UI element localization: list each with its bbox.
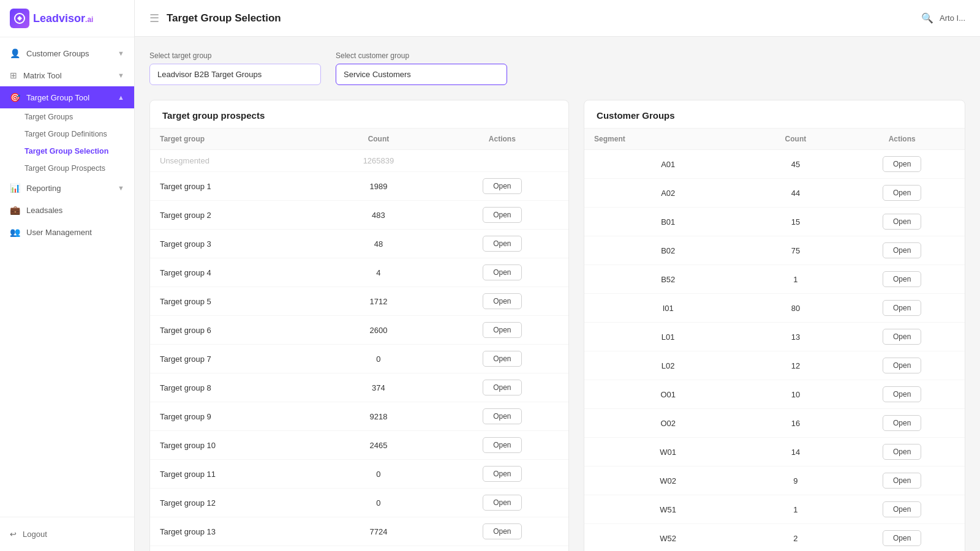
segment-action[interactable]: Open [839, 265, 965, 294]
target-group-action[interactable]: Open [436, 517, 568, 546]
sidebar-item-target-group-definitions[interactable]: Target Group Definitions [0, 126, 134, 143]
sidebar-label-reporting: Reporting [26, 184, 61, 193]
sidebar-item-target-groups[interactable]: Target Groups [0, 108, 134, 126]
sidebar-item-matrix-tool[interactable]: ⊞ Matrix Tool ▼ [0, 64, 134, 86]
open-button[interactable]: Open [883, 415, 921, 431]
logout-icon: ↩ [10, 530, 17, 539]
target-group-action[interactable]: Open [436, 172, 568, 201]
target-group-action[interactable]: Open [436, 546, 568, 552]
customer-groups-icon: 👤 [10, 48, 20, 58]
target-group-action[interactable]: Open [436, 431, 568, 460]
sidebar-item-user-management[interactable]: 👥 User Management [0, 221, 134, 243]
sidebar-label-matrix-tool: Matrix Tool [23, 71, 62, 80]
segment-action[interactable]: Open [839, 236, 965, 265]
sidebar-item-leadsales[interactable]: 💼 Leadsales [0, 199, 134, 221]
open-button[interactable]: Open [883, 386, 921, 402]
tables-container: Target group prospects Target group Coun… [149, 100, 965, 551]
main-content: ☰ Target Group Selection 🔍 Arto I... Sel… [135, 0, 980, 551]
target-group-action[interactable]: Open [436, 316, 568, 345]
open-button[interactable]: Open [883, 242, 921, 258]
sidebar-label-target-group-tool: Target Group Tool [26, 93, 89, 102]
open-button[interactable]: Open [483, 264, 521, 280]
open-button[interactable]: Open [483, 408, 521, 424]
target-group-action[interactable]: Open [436, 230, 568, 258]
target-group-action[interactable]: Open [436, 201, 568, 230]
table-row: W511Open [584, 495, 965, 524]
open-button[interactable]: Open [883, 530, 921, 546]
table-row: Target group 99218Open [150, 402, 568, 431]
open-button[interactable]: Open [483, 178, 521, 194]
segment-name: B02 [584, 236, 752, 265]
target-group-action[interactable]: Open [436, 373, 568, 402]
open-button[interactable]: Open [483, 207, 521, 223]
target-group-count: 1265839 [321, 150, 435, 172]
sidebar-item-target-group-selection[interactable]: Target Group Selection [0, 143, 134, 160]
segment-action[interactable]: Open [839, 438, 965, 467]
target-group-name: Target group 5 [150, 287, 321, 316]
open-button[interactable]: Open [883, 300, 921, 316]
segment-action[interactable]: Open [839, 294, 965, 323]
open-button[interactable]: Open [483, 523, 521, 539]
open-button[interactable]: Open [883, 271, 921, 287]
sidebar-item-target-group-tool[interactable]: 🎯 Target Group Tool ▲ [0, 86, 134, 108]
right-table-title: Customer Groups [584, 100, 965, 129]
customer-group-input[interactable] [336, 64, 507, 85]
table-row: B521Open [584, 265, 965, 294]
segment-name: A01 [584, 150, 752, 179]
content-area: Select target group Select customer grou… [135, 37, 980, 551]
open-button[interactable]: Open [883, 214, 921, 230]
open-button[interactable]: Open [883, 358, 921, 373]
logout-button[interactable]: ↩ Logout [10, 525, 124, 544]
open-button[interactable]: Open [483, 351, 521, 367]
segment-action[interactable]: Open [839, 467, 965, 495]
target-group-name: Target group 12 [150, 489, 321, 517]
open-button[interactable]: Open [483, 466, 521, 482]
open-button[interactable]: Open [883, 473, 921, 489]
open-button[interactable]: Open [483, 437, 521, 453]
target-group-action[interactable]: Open [436, 258, 568, 287]
target-group-action[interactable]: Open [436, 287, 568, 316]
open-button[interactable]: Open [883, 501, 921, 517]
target-group-action[interactable]: Open [436, 460, 568, 489]
open-button[interactable]: Open [483, 293, 521, 309]
search-icon[interactable]: 🔍 [921, 12, 933, 24]
segment-action[interactable]: Open [839, 524, 965, 552]
open-button[interactable]: Open [883, 444, 921, 460]
segment-action[interactable]: Open [839, 409, 965, 438]
header-right: 🔍 Arto I... [921, 12, 965, 24]
target-group-name: Target group 10 [150, 431, 321, 460]
col-segment: Segment [584, 129, 752, 150]
user-name: Arto I... [940, 13, 965, 23]
segment-action[interactable]: Open [839, 380, 965, 409]
table-row: W029Open [584, 467, 965, 495]
open-button[interactable]: Open [483, 236, 521, 252]
open-button[interactable]: Open [883, 156, 921, 172]
segment-count: 1 [752, 265, 839, 294]
target-group-action[interactable]: Open [436, 345, 568, 373]
target-group-action[interactable]: Open [436, 402, 568, 431]
sidebar-item-target-group-prospects[interactable]: Target Group Prospects [0, 160, 134, 177]
sidebar: Leadvisor.ai 👤 Customer Groups ▼ ⊞ Matri… [0, 0, 135, 551]
sidebar-item-reporting[interactable]: 📊 Reporting ▼ [0, 177, 134, 199]
table-row: Target group 348Open [150, 230, 568, 258]
open-button[interactable]: Open [883, 329, 921, 345]
segment-action[interactable]: Open [839, 351, 965, 380]
segment-name: O01 [584, 380, 752, 409]
segment-action[interactable]: Open [839, 150, 965, 179]
segment-action[interactable]: Open [839, 208, 965, 236]
open-button[interactable]: Open [483, 495, 521, 511]
segment-action[interactable]: Open [839, 179, 965, 208]
segment-action[interactable]: Open [839, 323, 965, 351]
table-row: Target group 137724Open [150, 517, 568, 546]
table-row: Target group 140Open [150, 546, 568, 552]
open-button[interactable]: Open [483, 380, 521, 395]
sidebar-item-customer-groups[interactable]: 👤 Customer Groups ▼ [0, 42, 134, 64]
open-button[interactable]: Open [483, 322, 521, 338]
col-actions: Actions [436, 129, 568, 150]
open-button[interactable]: Open [883, 185, 921, 201]
sidebar-label-leadsales: Leadsales [26, 206, 62, 215]
target-group-action[interactable]: Open [436, 489, 568, 517]
segment-action[interactable]: Open [839, 495, 965, 524]
target-group-count: 0 [321, 489, 435, 517]
target-group-input[interactable] [149, 64, 321, 85]
